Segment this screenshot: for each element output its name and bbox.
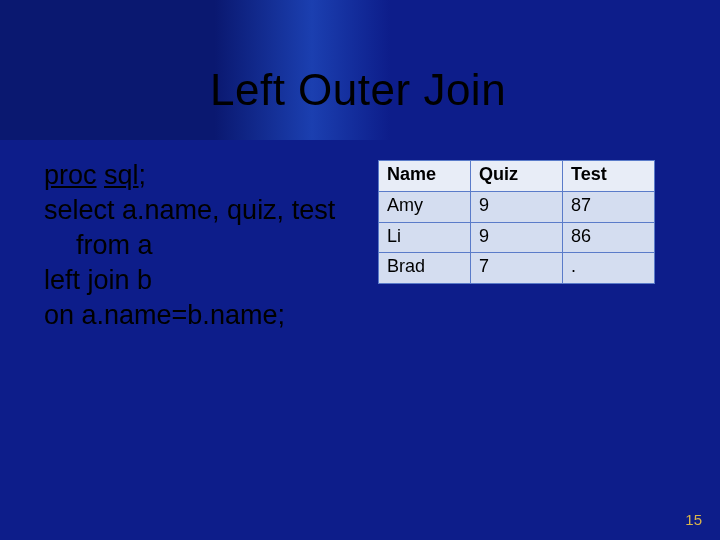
code-line-5: on a.name=b.name; <box>44 298 335 333</box>
cell: 86 <box>563 222 655 253</box>
code-block: proc sql; select a.name, quiz, test from… <box>44 158 335 333</box>
table-header-row: Name Quiz Test <box>379 161 655 192</box>
cell: 9 <box>471 191 563 222</box>
cell: . <box>563 253 655 284</box>
slide: Left Outer Join proc sql; select a.name,… <box>0 0 720 540</box>
cell: 7 <box>471 253 563 284</box>
col-header-test: Test <box>563 161 655 192</box>
cell: 87 <box>563 191 655 222</box>
cell: Brad <box>379 253 471 284</box>
code-keyword-proc: proc <box>44 160 97 190</box>
table-row: Amy 9 87 <box>379 191 655 222</box>
result-table: Name Quiz Test Amy 9 87 Li 9 86 Brad 7 . <box>378 160 655 284</box>
col-header-name: Name <box>379 161 471 192</box>
code-semicolon: ; <box>139 160 147 190</box>
table-row: Brad 7 . <box>379 253 655 284</box>
table-row: Li 9 86 <box>379 222 655 253</box>
slide-title: Left Outer Join <box>210 65 506 115</box>
code-line-3: from a <box>44 228 335 263</box>
code-line-4: left join b <box>44 263 335 298</box>
page-number: 15 <box>685 511 702 528</box>
code-line-2: select a.name, quiz, test <box>44 193 335 228</box>
code-line-1: proc sql; <box>44 158 335 193</box>
col-header-quiz: Quiz <box>471 161 563 192</box>
cell: 9 <box>471 222 563 253</box>
cell: Li <box>379 222 471 253</box>
code-keyword-sql: sql <box>104 160 139 190</box>
cell: Amy <box>379 191 471 222</box>
